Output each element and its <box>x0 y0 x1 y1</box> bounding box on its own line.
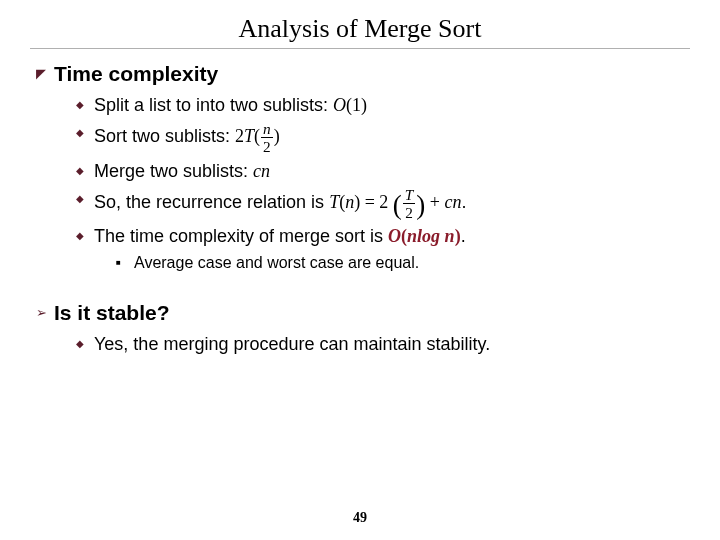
content-body: ◤Time complexity◆Split a list to into tw… <box>30 61 690 356</box>
slide-title: Analysis of Merge Sort <box>30 14 690 44</box>
list-item: ◆Merge two sublists: cn <box>76 159 690 183</box>
slide: Analysis of Merge Sort ◤Time complexity◆… <box>0 0 720 356</box>
bullet-icon: ◤ <box>36 61 54 87</box>
list-item: ◆Sort two sublists: 2T(n2) <box>76 121 690 155</box>
title-rule <box>30 48 690 49</box>
sub-list-item: ■Average case and worst case are equal. <box>116 252 690 274</box>
section-heading-text: Time complexity <box>54 61 218 87</box>
bullet-icon: ◆ <box>76 187 94 211</box>
bullet-icon: ➢ <box>36 300 54 326</box>
list-item: ◆Split a list to into two sublists: O(1) <box>76 93 690 117</box>
section-heading: ➢Is it stable? <box>36 300 690 326</box>
list-item-text: The time complexity of merge sort is O(n… <box>94 224 466 248</box>
bullet-icon: ◆ <box>76 159 94 183</box>
bullet-icon: ◆ <box>76 224 94 248</box>
list-item-text: So, the recurrence relation is T(n) = 2 … <box>94 187 466 221</box>
section-heading: ◤Time complexity <box>36 61 690 87</box>
section-heading-text: Is it stable? <box>54 300 170 326</box>
list-item: ◆So, the recurrence relation is T(n) = 2… <box>76 187 690 221</box>
page-number: 49 <box>0 510 720 526</box>
bullet-icon: ■ <box>116 252 134 274</box>
sub-list-item-text: Average case and worst case are equal. <box>134 252 419 274</box>
bullet-icon: ◆ <box>76 332 94 356</box>
bullet-icon: ◆ <box>76 93 94 117</box>
list-item: ◆The time complexity of merge sort is O(… <box>76 224 690 248</box>
list-item-text: Split a list to into two sublists: O(1) <box>94 93 367 117</box>
bullet-icon: ◆ <box>76 121 94 145</box>
section-gap <box>30 284 690 298</box>
list-item-text: Sort two sublists: 2T(n2) <box>94 121 280 155</box>
list-item-text: Yes, the merging procedure can maintain … <box>94 332 490 356</box>
list-item-text: Merge two sublists: cn <box>94 159 270 183</box>
list-item: ◆Yes, the merging procedure can maintain… <box>76 332 690 356</box>
